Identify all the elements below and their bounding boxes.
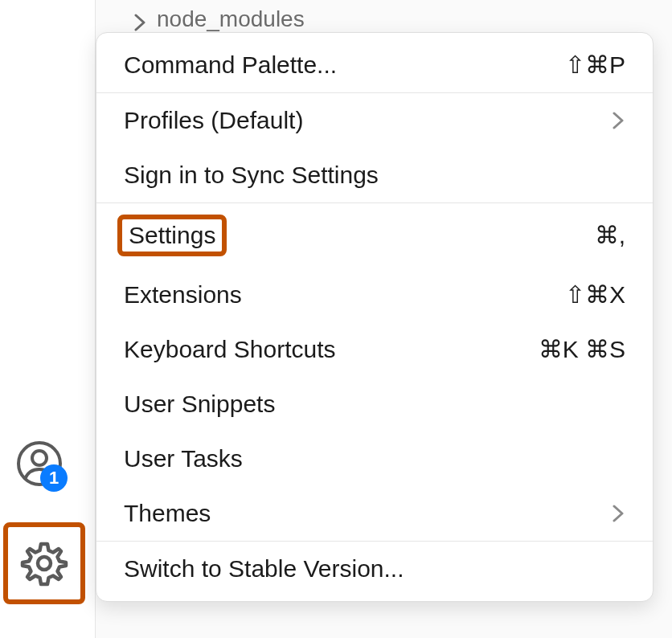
menu-item-profiles[interactable]: Profiles (Default) bbox=[96, 93, 653, 148]
menu-item-extensions[interactable]: Extensions ⇧⌘X bbox=[96, 268, 653, 322]
chevron-right-icon bbox=[611, 108, 625, 133]
tree-item-label: node_modules bbox=[157, 6, 305, 32]
manage-gear-button[interactable] bbox=[3, 522, 85, 604]
menu-item-label: Profiles (Default) bbox=[124, 106, 303, 135]
chevron-right-icon bbox=[134, 14, 145, 25]
menu-item-keyboard-shortcuts[interactable]: Keyboard Shortcuts ⌘K ⌘S bbox=[96, 322, 653, 377]
menu-item-shortcut: ⌘, bbox=[595, 221, 625, 250]
menu-item-label: User Snippets bbox=[124, 390, 275, 419]
menu-item-label: Extensions bbox=[124, 280, 242, 309]
menu-item-label: Themes bbox=[124, 499, 211, 528]
account-notification-badge: 1 bbox=[40, 464, 68, 492]
menu-item-label: Keyboard Shortcuts bbox=[124, 335, 335, 364]
menu-item-user-snippets[interactable]: User Snippets bbox=[96, 377, 653, 431]
menu-item-shortcut: ⌘K ⌘S bbox=[539, 335, 625, 364]
menu-item-label: Command Palette... bbox=[124, 51, 337, 80]
accounts-button[interactable]: 1 bbox=[16, 440, 63, 487]
menu-item-sign-in-sync[interactable]: Sign in to Sync Settings bbox=[96, 148, 653, 202]
menu-item-label: User Tasks bbox=[124, 444, 243, 473]
menu-item-label: Switch to Stable Version... bbox=[124, 554, 404, 583]
menu-item-label: Sign in to Sync Settings bbox=[124, 161, 379, 190]
chevron-right-icon bbox=[611, 501, 625, 526]
svg-point-2 bbox=[38, 557, 51, 570]
menu-item-shortcut: ⇧⌘X bbox=[565, 280, 625, 309]
gear-icon bbox=[19, 538, 69, 588]
menu-item-switch-stable[interactable]: Switch to Stable Version... bbox=[96, 542, 653, 596]
menu-item-label: Settings bbox=[117, 215, 227, 256]
tree-item-node-modules[interactable]: node_modules bbox=[134, 6, 305, 32]
menu-item-themes[interactable]: Themes bbox=[96, 486, 653, 541]
menu-item-command-palette[interactable]: Command Palette... ⇧⌘P bbox=[96, 38, 653, 92]
menu-item-user-tasks[interactable]: User Tasks bbox=[96, 431, 653, 486]
activity-bar: 1 bbox=[0, 0, 95, 638]
menu-item-shortcut: ⇧⌘P bbox=[565, 51, 625, 80]
menu-item-settings[interactable]: Settings ⌘, bbox=[96, 203, 653, 268]
svg-point-1 bbox=[32, 451, 47, 465]
manage-context-menu: Command Palette... ⇧⌘P Profiles (Default… bbox=[96, 32, 654, 602]
